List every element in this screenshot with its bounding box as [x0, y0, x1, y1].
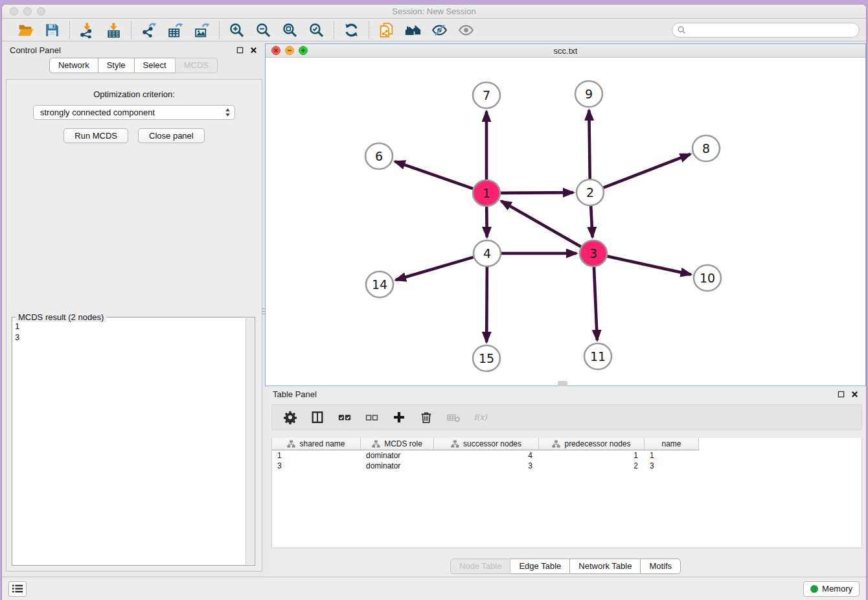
import-network-icon[interactable] [78, 21, 96, 39]
graph-node-10[interactable]: 10 [694, 265, 721, 291]
refresh-network-icon[interactable] [343, 21, 360, 39]
home-view-icon[interactable] [404, 21, 422, 39]
column-header-name[interactable]: name [645, 438, 699, 450]
search-input[interactable] [672, 23, 860, 38]
graph-edge-3-11[interactable] [594, 267, 597, 340]
hierarchy-icon [552, 440, 560, 448]
graph-edge-3-10[interactable] [608, 256, 691, 274]
network-title: scc.txt [554, 46, 578, 56]
run-mcds-button[interactable]: Run MCDS [63, 128, 128, 143]
show-hidden-icon[interactable] [457, 21, 475, 39]
hierarchy-icon [372, 440, 380, 448]
graph-node-4[interactable]: 4 [474, 240, 501, 266]
select-all-checks-icon[interactable] [337, 410, 352, 425]
zoom-in-icon[interactable] [228, 21, 246, 39]
table-row[interactable]: 3dominator323 [272, 461, 862, 471]
column-selector-icon[interactable] [310, 410, 325, 425]
settings-gear-icon[interactable] [282, 410, 298, 425]
clear-all-checks-icon[interactable] [364, 410, 380, 425]
graph-edge-4-15[interactable] [486, 267, 487, 342]
window-zoom-button[interactable] [37, 7, 45, 16]
close-panel-icon[interactable] [851, 391, 858, 398]
mcds-result-list[interactable]: 13 [15, 319, 245, 564]
svg-text:9: 9 [585, 87, 593, 101]
graph-edge-2-9[interactable] [589, 110, 589, 179]
open-session-icon[interactable] [17, 21, 34, 39]
frame-close-icon[interactable] [271, 46, 280, 55]
tab-node-table[interactable]: Node Table [450, 559, 511, 574]
clone-network-icon[interactable] [378, 21, 395, 39]
column-header-MCDS-role[interactable]: MCDS role [361, 438, 434, 450]
svg-text:7: 7 [483, 88, 490, 102]
window-minimize-button[interactable] [23, 7, 32, 16]
export-image-icon[interactable] [193, 21, 211, 39]
graph-node-9[interactable]: 9 [575, 81, 602, 107]
column-header-predecessor-nodes[interactable]: predecessor nodes [539, 438, 645, 450]
search-icon [677, 25, 687, 35]
criterion-dropdown[interactable]: strongly connected component [33, 105, 235, 120]
column-header-shared-name[interactable]: shared name [272, 438, 361, 450]
tab-edge-table[interactable]: Edge Table [510, 559, 570, 574]
window-controls [10, 7, 45, 16]
graph-node-14[interactable]: 14 [366, 271, 393, 297]
float-panel-icon[interactable] [236, 47, 244, 54]
svg-text:f(x): f(x) [474, 413, 488, 422]
frame-minimize-icon[interactable] [285, 46, 294, 55]
graph-node-7[interactable]: 7 [473, 82, 500, 108]
optimization-criterion-label: Optimization criterion: [6, 89, 262, 99]
window-close-button[interactable] [10, 7, 18, 16]
graph-node-1[interactable]: 1 [473, 180, 500, 206]
export-network-icon[interactable] [140, 21, 157, 39]
task-history-button[interactable] [8, 581, 27, 597]
tab-network[interactable]: Network [49, 58, 98, 73]
graph-edge-1-2[interactable] [501, 192, 573, 193]
import-table-icon[interactable] [105, 21, 122, 39]
criterion-dropdown-value: strongly connected component [40, 108, 225, 117]
tab-style[interactable]: Style [98, 58, 135, 73]
graph-node-6[interactable]: 6 [365, 143, 393, 169]
network-canvas[interactable]: 7968124314101511 [266, 58, 865, 386]
control-panel-title: Control Panel [10, 45, 61, 55]
graph-node-15[interactable]: 15 [473, 345, 500, 371]
tab-network-table[interactable]: Network Table [569, 559, 641, 574]
graph-edge-2-8[interactable] [604, 154, 691, 188]
zoom-fit-icon[interactable] [281, 21, 299, 39]
hide-selected-icon[interactable] [431, 21, 448, 39]
network-graph[interactable]: 7968124314101511 [266, 58, 867, 386]
network-frame-titlebar: scc.txt [266, 44, 865, 58]
delete-column-icon[interactable] [418, 410, 434, 425]
frame-maximize-icon[interactable] [299, 46, 308, 55]
graph-edge-2-3[interactable] [591, 206, 592, 237]
add-column-icon[interactable] [391, 410, 407, 425]
graph-node-8[interactable]: 8 [692, 135, 720, 161]
search-field-wrap [672, 23, 860, 38]
table-row[interactable]: 1dominator411 [272, 450, 862, 461]
result-scrollbar[interactable] [246, 318, 254, 564]
graph-node-3[interactable]: 3 [580, 240, 607, 266]
close-panel-icon[interactable] [250, 47, 257, 54]
save-session-icon[interactable] [43, 21, 61, 39]
export-table-icon[interactable] [166, 21, 184, 39]
main-toolbar [2, 19, 866, 41]
table-panel-title: Table Panel [273, 389, 317, 399]
tab-motifs[interactable]: Motifs [640, 559, 681, 574]
zoom-selected-icon[interactable] [308, 21, 325, 39]
graph-node-2[interactable]: 2 [577, 179, 604, 205]
graph-edge-3-1[interactable] [501, 201, 581, 246]
tab-mcds[interactable]: MCDS [175, 58, 218, 73]
table-cell: 1 [645, 451, 699, 460]
zoom-out-icon[interactable] [255, 21, 272, 39]
graph-edge-4-14[interactable] [396, 257, 474, 280]
float-panel-icon[interactable] [838, 391, 845, 398]
graph-node-11[interactable]: 11 [584, 343, 611, 369]
tab-select[interactable]: Select [134, 58, 176, 73]
graph-edge-1-6[interactable] [395, 161, 474, 189]
column-header-label: MCDS role [384, 439, 422, 448]
control-panel-header: Control Panel [2, 42, 265, 58]
column-header-successor-nodes[interactable]: successor nodes [434, 438, 539, 450]
mcds-result-group: MCDS result (2 nodes) 13 [12, 317, 255, 566]
memory-button[interactable]: Memory [803, 581, 860, 597]
function-builder-icon: f(x) [473, 410, 488, 425]
close-panel-button[interactable]: Close panel [138, 128, 205, 143]
column-header-label: name [661, 439, 681, 448]
